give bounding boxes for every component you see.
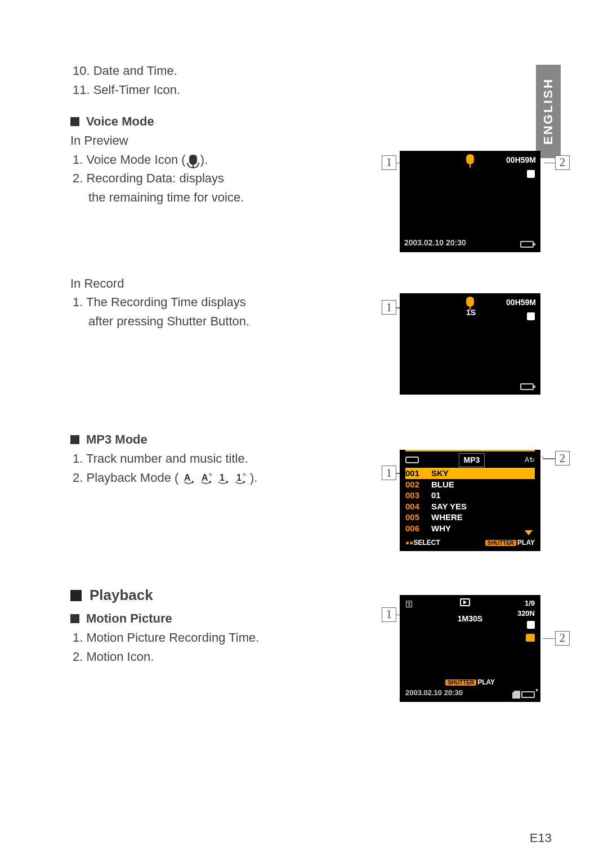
callout-2: 2 xyxy=(555,631,570,646)
callout-1: 1 xyxy=(382,155,396,170)
frame-counter: 1/9 xyxy=(517,598,535,609)
manual-page: ENGLISH 10. Date and Time. 11. Self-Time… xyxy=(0,0,608,868)
callout-2: 2 xyxy=(555,155,570,170)
content-area: 10. Date and Time. 11. Self-Timer Icon. … xyxy=(70,62,552,702)
voice-record-screen: 00H59M 1S xyxy=(400,293,540,395)
voice-preview-screen: 00H59M 2003.02.10 20:30 xyxy=(400,151,540,252)
time-remaining: 00H59M xyxy=(506,154,536,165)
battery-icon xyxy=(520,241,534,248)
text: 2. Playback Mode ( xyxy=(73,471,182,485)
list-item: 1. Motion Picture Recording Time. xyxy=(73,629,312,647)
subheading-preview: In Preview xyxy=(70,132,552,150)
list-item: 005WHERE xyxy=(405,512,535,523)
list-item: 10. Date and Time. xyxy=(73,62,552,80)
recording-time: 1M30S xyxy=(458,613,482,624)
footer-select: SELECT xyxy=(414,539,440,547)
square-bullet-icon xyxy=(70,614,79,623)
list-item: 2. Motion Icon. xyxy=(73,648,312,666)
microphone-icon xyxy=(466,297,474,307)
motion-icon xyxy=(526,634,535,642)
lock-icon xyxy=(527,621,535,629)
list-item: 1. Voice Mode Icon ( ). xyxy=(73,151,312,169)
mp3-screen: MP3 A↻ 001SKY 002BLUE 00301 004SAY YES 0… xyxy=(400,450,540,551)
svg-text:↻: ↻ xyxy=(209,472,213,477)
sd-card-icon xyxy=(512,691,520,699)
leader-line xyxy=(544,163,555,164)
page-number: E13 xyxy=(530,831,552,845)
voice-record-figure: 1 00H59M 1S xyxy=(388,293,552,395)
elapsed-time: 1S xyxy=(466,307,476,318)
lock-icon xyxy=(527,170,535,178)
heading-label: Voice Mode xyxy=(86,113,154,131)
mp3-track-list: 001SKY 002BLUE 00301 004SAY YES 005WHERE… xyxy=(405,468,535,534)
footer-play: PLAY xyxy=(517,539,535,547)
shutter-badge: SHUTTER xyxy=(445,679,476,686)
callout-2: 2 xyxy=(555,451,570,466)
motion-figure: 1 2 ⚿ 1/9 320N 1M30S xyxy=(388,595,552,702)
svg-text:A: A xyxy=(184,473,191,482)
list-item: 2. Playback Mode ( A A↻ 1 1↻ ). xyxy=(73,469,312,487)
play-mode-icon xyxy=(460,598,470,606)
heading-label: MP3 Mode xyxy=(86,431,147,449)
shutter-badge: SHUTTER xyxy=(485,540,516,546)
language-tab: ENGLISH xyxy=(536,65,561,158)
mp3-figure: 1 2 MP3 A↻ 001SKY 002BLUE 00301 004S xyxy=(388,450,552,551)
list-item: 006WHY xyxy=(405,523,535,534)
list-item: 004SAY YES xyxy=(405,501,535,512)
scroll-down-icon xyxy=(525,530,533,535)
svg-text:1: 1 xyxy=(236,473,242,482)
square-bullet-icon xyxy=(70,117,79,126)
resolution: 320N xyxy=(517,609,535,619)
playback-screen: ⚿ 1/9 320N 1M30S SHUTTERPLAY xyxy=(400,595,540,702)
leader-line xyxy=(543,458,555,459)
playback-mode-icon: 1 xyxy=(216,471,230,484)
microphone-icon xyxy=(189,155,197,165)
list-item: 1. The Recording Time displays xyxy=(73,293,312,311)
svg-text:1: 1 xyxy=(220,473,225,482)
callout-1: 1 xyxy=(382,300,396,315)
text: ). xyxy=(200,153,208,167)
svg-text:↻: ↻ xyxy=(243,472,247,477)
callout-1: 1 xyxy=(382,607,396,622)
square-bullet-icon xyxy=(70,590,82,601)
list-item: 1. Track number and music title. xyxy=(73,450,312,468)
subheading-record: In Record xyxy=(70,275,552,293)
callout-1: 1 xyxy=(382,466,396,480)
list-item: 001SKY xyxy=(405,468,535,479)
battery-icon xyxy=(520,383,534,390)
battery-icon xyxy=(405,457,419,463)
list-item: 00301 xyxy=(405,490,535,501)
key-icon: ⚿ xyxy=(405,598,413,610)
list-item: 002BLUE xyxy=(405,479,535,490)
battery-icon xyxy=(521,691,535,698)
playback-mode-icon: A↻ xyxy=(525,455,535,465)
voice-preview-figure: 1 2 00H59M 2003.02.10 20:30 xyxy=(388,151,552,252)
svg-text:A: A xyxy=(202,473,208,482)
heading-label: Motion Picture xyxy=(86,610,172,628)
list-item: 11. Self-Timer Icon. xyxy=(73,81,552,99)
leader-line xyxy=(543,638,555,639)
playback-mode-icon: A xyxy=(182,471,195,484)
section-mp3-mode: MP3 Mode xyxy=(70,431,552,449)
microphone-icon xyxy=(466,154,474,164)
list-item-cont: the remaining time for voice. xyxy=(73,189,312,207)
square-bullet-icon xyxy=(70,435,79,444)
datetime: 2003.02.10 20:30 xyxy=(405,688,463,699)
list-item: 2. Recording Data: displays xyxy=(73,169,312,187)
playback-mode-icon: 1↻ xyxy=(233,471,247,484)
playback-mode-icon: A↻ xyxy=(199,471,213,484)
datetime: 2003.02.10 20:30 xyxy=(404,237,466,248)
heading-label: Playback xyxy=(90,585,153,606)
list-item-cont: after pressing Shutter Button. xyxy=(73,312,312,330)
section-voice-mode: Voice Mode xyxy=(70,113,552,131)
time-remaining: 00H59M xyxy=(506,297,536,308)
text: 1. Voice Mode Icon ( xyxy=(73,153,189,167)
text: ). xyxy=(250,471,257,485)
lock-icon xyxy=(527,312,535,320)
mp3-header-label: MP3 xyxy=(459,453,485,467)
play-label: PLAY xyxy=(477,678,495,686)
